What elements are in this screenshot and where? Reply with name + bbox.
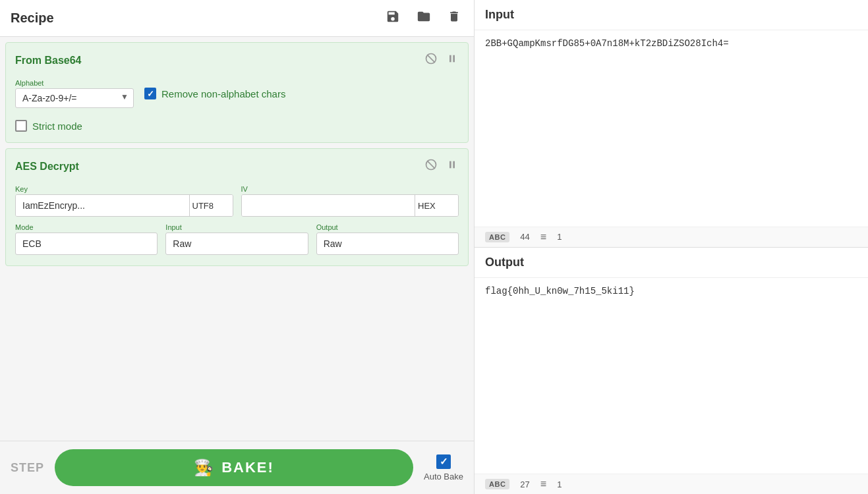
iv-label: IV [241,185,459,193]
from-base64-header: From Base64 [15,51,459,70]
remove-nonalpha-checkbox[interactable] [144,88,156,99]
output-section: Output flag{0hh_U_kn0w_7h15_5ki11} ABC 2… [475,248,868,495]
input-footer: ABC 44 ≡ 1 [475,227,868,247]
output-type-label: Output [316,223,459,231]
bake-label: BAKE! [221,459,274,476]
iv-wrapper: IV HEX UTF8 Base64 [241,185,459,217]
iv-input[interactable] [242,195,415,216]
remove-nonalpha-text: Remove non-alphabet chars [161,88,285,99]
auto-bake-label: Auto Bake [424,472,463,481]
recipe-title: Recipe [11,11,383,26]
aes-mode-row: Mode ECB CBC CFB OFB CTR Input Raw Hex [15,223,459,255]
from-base64-options: Alphabet A-Za-z0-9+/= ▼ Remove non-alpha… [15,79,459,108]
strict-mode-checkbox[interactable] [15,120,27,132]
alphabet-select[interactable]: A-Za-z0-9+/= [15,88,134,108]
bottom-bar: STEP 👨‍🍳 BAKE! Auto Bake [0,441,474,494]
from-base64-block: From Base64 Alphabet [5,42,469,143]
output-type-wrapper: Output Raw Hex [316,223,459,255]
chef-icon: 👨‍🍳 [194,458,215,477]
alphabet-wrapper: Alphabet A-Za-z0-9+/= ▼ [15,79,134,108]
svg-rect-6 [449,161,451,169]
operations-area: From Base64 Alphabet [0,37,474,441]
auto-bake-wrapper[interactable]: Auto Bake [424,454,463,481]
input-type-label: Input [165,223,308,231]
disable-from-base64-button[interactable] [423,51,439,70]
mode-select[interactable]: ECB CBC CFB OFB CTR [15,233,158,255]
step-label: STEP [11,461,44,475]
output-char-count: 27 [520,480,529,489]
mode-label: Mode [15,223,158,231]
iv-type-select[interactable]: HEX UTF8 Base64 [415,195,458,216]
auto-bake-checkbox[interactable] [436,454,451,469]
disable-aes-button[interactable] [423,157,439,176]
mode-wrapper: Mode ECB CBC CFB OFB CTR [15,223,158,255]
right-panel: Input 2BB+GQampKmsrfDG85+0A7n18M+kT2zBDi… [475,0,868,494]
from-base64-controls [423,51,459,70]
aes-decrypt-controls [423,157,459,176]
input-abc-badge: ABC [485,232,509,242]
pause-from-base64-button[interactable] [446,51,459,70]
key-wrapper: Key UTF8 HEX Base64 Latin1 [15,185,233,217]
left-panel: Recipe From Base64 [0,0,475,494]
input-line-count: 1 [557,232,562,242]
output-type-select[interactable]: Raw Hex [316,233,459,255]
svg-rect-2 [449,55,451,63]
aes-key-iv-row: Key UTF8 HEX Base64 Latin1 IV [15,185,459,217]
key-input-row: UTF8 HEX Base64 Latin1 [15,194,233,217]
alphabet-label: Alphabet [15,79,134,87]
open-button[interactable] [413,7,434,30]
svg-line-1 [427,55,435,63]
iv-input-row: HEX UTF8 Base64 [241,194,459,217]
remove-nonalpha-label[interactable]: Remove non-alphabet chars [144,88,285,99]
input-type-select[interactable]: Raw Hex [165,233,308,255]
key-input[interactable] [16,195,189,216]
input-header: Input [475,0,868,30]
pause-aes-button[interactable] [446,157,459,176]
output-line-count: 1 [557,480,562,489]
delete-button[interactable] [445,7,463,30]
input-textarea[interactable]: 2BB+GQampKmsrfDG85+0A7n18M+kT2zBDiZSO28I… [475,30,868,227]
output-lines-icon: ≡ [540,478,546,490]
input-type-wrapper: Input Raw Hex [165,223,308,255]
from-base64-title: From Base64 [15,55,423,67]
save-button[interactable] [383,7,403,30]
strict-mode-label: Strict mode [32,121,82,132]
input-char-count: 44 [520,232,529,242]
svg-line-5 [427,161,435,169]
output-textarea[interactable]: flag{0hh_U_kn0w_7h15_5ki11} [475,278,868,474]
strict-mode-row[interactable]: Strict mode [15,120,459,132]
aes-decrypt-title: AES Decrypt [15,161,423,173]
recipe-header: Recipe [0,0,474,37]
key-label: Key [15,185,233,193]
output-footer: ABC 27 ≡ 1 [475,474,868,494]
output-abc-badge: ABC [485,479,509,489]
svg-rect-3 [453,55,455,63]
recipe-toolbar [383,7,463,30]
aes-decrypt-header: AES Decrypt [15,157,459,176]
svg-rect-7 [453,161,455,169]
aes-decrypt-block: AES Decrypt Key UTF8 [5,148,469,266]
key-type-select[interactable]: UTF8 HEX Base64 Latin1 [189,195,233,216]
input-section: Input 2BB+GQampKmsrfDG85+0A7n18M+kT2zBDi… [475,0,868,248]
bake-button[interactable]: 👨‍🍳 BAKE! [55,449,413,486]
output-header: Output [475,248,868,278]
input-lines-icon: ≡ [540,231,546,243]
